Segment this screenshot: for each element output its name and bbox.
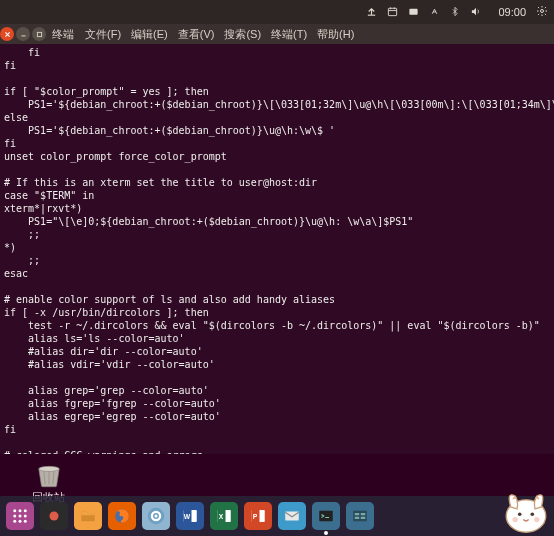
- dock-show-apps[interactable]: [6, 502, 34, 530]
- svg-rect-30: [319, 511, 333, 522]
- clock-text[interactable]: 09:00: [498, 6, 526, 18]
- svg-point-8: [13, 515, 16, 518]
- settings-icon[interactable]: [536, 5, 548, 19]
- dock-activity[interactable]: [40, 502, 68, 530]
- app-title: 终端: [52, 27, 74, 42]
- svg-rect-32: [355, 513, 360, 515]
- svg-text:X: X: [219, 513, 224, 520]
- svg-rect-33: [361, 513, 366, 515]
- svg-point-2: [541, 10, 544, 13]
- bluetooth-icon[interactable]: [450, 6, 460, 19]
- system-topbar: 09:00: [0, 0, 554, 24]
- menu-edit[interactable]: 编辑(E): [128, 27, 171, 42]
- dock-excel[interactable]: X: [210, 502, 238, 530]
- upload-icon[interactable]: [366, 6, 377, 19]
- svg-rect-0: [389, 8, 397, 15]
- svg-point-13: [24, 520, 27, 523]
- menu-file[interactable]: 文件(F): [82, 27, 124, 42]
- dock-dash[interactable]: [346, 502, 374, 530]
- svg-rect-29: [285, 512, 299, 521]
- svg-point-19: [155, 515, 158, 518]
- menu-search[interactable]: 搜索(S): [221, 27, 264, 42]
- network-icon[interactable]: [429, 6, 440, 19]
- dock-files[interactable]: [74, 502, 102, 530]
- trash-icon: [33, 460, 65, 488]
- dock-word[interactable]: W: [176, 502, 204, 530]
- svg-point-5: [13, 509, 16, 512]
- close-button[interactable]: [0, 27, 14, 41]
- svg-point-7: [24, 509, 27, 512]
- svg-text:W: W: [184, 513, 191, 520]
- wallet-icon[interactable]: [408, 6, 419, 19]
- svg-text:P: P: [253, 513, 258, 520]
- svg-rect-31: [353, 511, 367, 522]
- volume-icon[interactable]: [470, 6, 482, 19]
- svg-point-11: [13, 520, 16, 523]
- svg-point-38: [531, 512, 535, 516]
- mascot-icon: [498, 480, 554, 534]
- svg-point-10: [24, 515, 27, 518]
- calendar-icon[interactable]: [387, 6, 398, 19]
- svg-rect-34: [355, 517, 360, 519]
- dock-mail[interactable]: [278, 502, 306, 530]
- terminal-viewport[interactable]: fi fi if [ "$color_prompt" = yes ]; then…: [0, 44, 554, 454]
- svg-point-40: [534, 517, 539, 522]
- dock-powerpoint[interactable]: P: [244, 502, 272, 530]
- svg-point-9: [19, 515, 22, 518]
- svg-rect-35: [361, 517, 366, 519]
- minimize-button[interactable]: [16, 27, 30, 41]
- svg-point-37: [518, 512, 522, 516]
- menu-help[interactable]: 帮助(H): [314, 27, 357, 42]
- menu-terminal[interactable]: 终端(T): [268, 27, 310, 42]
- dock-terminal[interactable]: [312, 502, 340, 530]
- svg-point-6: [19, 509, 22, 512]
- dock-chromium[interactable]: [142, 502, 170, 530]
- svg-rect-1: [410, 8, 418, 14]
- dock: WXP: [0, 496, 554, 536]
- indicator-area: 09:00: [366, 5, 548, 19]
- svg-point-4: [38, 466, 58, 471]
- menu-view[interactable]: 查看(V): [175, 27, 218, 42]
- svg-point-14: [50, 512, 59, 521]
- maximize-button[interactable]: [32, 27, 46, 41]
- svg-point-39: [513, 517, 518, 522]
- svg-point-12: [19, 520, 22, 523]
- svg-rect-3: [37, 32, 41, 36]
- window-controls: [0, 27, 46, 41]
- window-menubar: 终端 文件(F) 编辑(E) 查看(V) 搜索(S) 终端(T) 帮助(H): [0, 24, 554, 44]
- dock-firefox[interactable]: [108, 502, 136, 530]
